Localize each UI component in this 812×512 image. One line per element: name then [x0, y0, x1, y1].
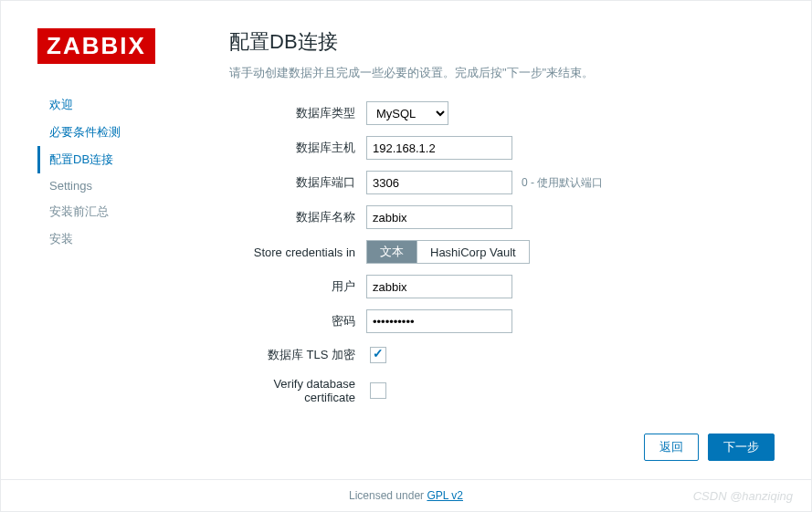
tls-label: 数据库 TLS 加密: [229, 347, 366, 363]
nav-item-db-config[interactable]: 配置DB连接: [37, 146, 193, 173]
footer-buttons: 返回 下一步: [1, 434, 811, 479]
store-cred-vault[interactable]: HashiCorp Vault: [417, 241, 529, 263]
user-label: 用户: [229, 278, 366, 295]
page-subtitle: 请手动创建数据并且完成一些必要的设置。完成后按"下一步"来结束。: [229, 65, 775, 81]
db-name-label: 数据库名称: [229, 209, 366, 225]
nav-item-install[interactable]: 安装: [37, 225, 193, 253]
store-cred-label: Store credentials in: [229, 246, 366, 259]
page-title: 配置DB连接: [229, 28, 775, 56]
db-port-hint: 0 - 使用默认端口: [522, 175, 603, 191]
verify-cert-label: Verify database certificate: [229, 377, 366, 404]
db-port-label: 数据库端口: [229, 174, 366, 191]
nav-item-prereq[interactable]: 必要条件检测: [37, 119, 193, 146]
store-cred-text[interactable]: 文本: [367, 241, 417, 263]
password-input[interactable]: [366, 309, 512, 333]
verify-cert-checkbox[interactable]: [370, 382, 386, 399]
nav-item-settings[interactable]: Settings: [37, 173, 193, 198]
store-cred-toggle: 文本 HashiCorp Vault: [366, 240, 530, 264]
watermark: CSDN @hanziqing: [693, 489, 793, 503]
db-type-select[interactable]: MySQL: [366, 101, 448, 125]
back-button[interactable]: 返回: [644, 434, 699, 461]
nav-item-welcome[interactable]: 欢迎: [37, 91, 193, 119]
db-host-input[interactable]: [366, 136, 512, 160]
logo: ZABBIX: [37, 28, 155, 64]
nav-item-summary[interactable]: 安装前汇总: [37, 198, 193, 225]
sidebar: ZABBIX 欢迎 必要条件检测 配置DB连接 Settings 安装前汇总 安…: [37, 28, 193, 415]
db-type-label: 数据库类型: [229, 105, 366, 121]
user-input[interactable]: [366, 275, 512, 298]
db-host-label: 数据库主机: [229, 140, 366, 156]
db-port-input[interactable]: [366, 171, 512, 194]
license-link[interactable]: GPL v2: [427, 489, 463, 502]
password-label: 密码: [229, 313, 366, 329]
db-name-input[interactable]: [366, 205, 512, 229]
main-panel: 配置DB连接 请手动创建数据并且完成一些必要的设置。完成后按"下一步"来结束。 …: [193, 28, 775, 415]
nav-list: 欢迎 必要条件检测 配置DB连接 Settings 安装前汇总 安装: [37, 91, 193, 253]
license-footer: Licensed under GPL v2 CSDN @hanziqing: [1, 479, 811, 511]
next-button[interactable]: 下一步: [708, 434, 775, 461]
license-prefix: Licensed under: [349, 489, 427, 502]
tls-checkbox[interactable]: [370, 347, 386, 363]
